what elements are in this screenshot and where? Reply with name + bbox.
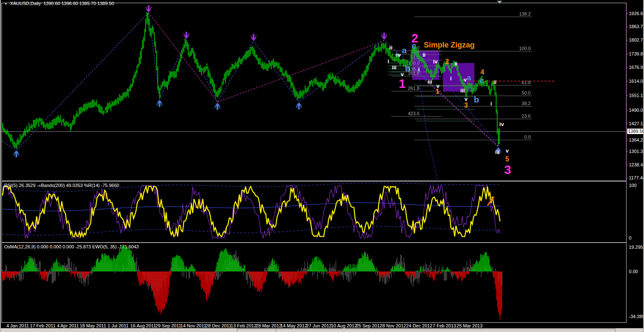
current-price-tag: 1389.50 xyxy=(627,129,644,134)
date-axis-label: 1 Jul 2011 xyxy=(107,323,128,328)
symbol-period-label: XAUUSD,Daily xyxy=(10,1,41,6)
price-axis-label: 1863.79 xyxy=(629,24,644,29)
buy-arrow-icon xyxy=(157,100,162,107)
wave-label-minor: ii xyxy=(422,52,425,58)
price-axis-label: 1551.14 xyxy=(629,93,644,98)
price-axis-label: 1802.74 xyxy=(629,37,644,42)
wave-label-minor: ii xyxy=(493,79,496,85)
statusbar-box xyxy=(276,329,615,332)
wave-label-minor: i xyxy=(418,66,420,73)
wave-label-minor: iii xyxy=(428,79,432,85)
wave-label-minor: i xyxy=(450,75,452,82)
wave-label-minor: i xyxy=(387,58,389,64)
main-chart-canvas[interactable]: 138.2100.061.850.038.223.60.00.023.661.8… xyxy=(1,0,644,182)
symbol-dropdown-icon[interactable]: ▼ xyxy=(4,2,8,6)
fib-retracement-label: 61.8 xyxy=(522,80,531,85)
buy-arrow-icon xyxy=(215,103,220,110)
date-axis-label: 29 Sep 2011 xyxy=(155,323,181,328)
bands-middle-line xyxy=(3,203,500,211)
date-axis-label: 27 Jun 2012 xyxy=(306,323,332,328)
wave-label-abc: c xyxy=(411,41,416,50)
sell-arrow-icon xyxy=(184,32,189,39)
wave-label-abc: b xyxy=(405,63,411,73)
fib-retracement-label: 100.0 xyxy=(519,46,531,51)
wave-label-minor: ii xyxy=(389,45,392,51)
date-axis-label: 10 Aug 2012 xyxy=(331,323,357,328)
date-axis-label: 4 Apr 2011 xyxy=(57,323,79,328)
date-axis-label: 7 Feb 2013 xyxy=(433,323,456,328)
indicator-axis-label: 19.295 xyxy=(629,245,643,250)
date-axis-label: 28 Dec 2011 xyxy=(206,323,232,328)
price-axis-label: 1490.09 xyxy=(629,108,644,113)
chart-border xyxy=(2,3,626,181)
price-axis-label: 1301.39 xyxy=(629,149,644,154)
wave-label-minor: iii xyxy=(392,64,397,71)
mt4-chart-window: { "window": {"dropdown_icon": "▼", "titl… xyxy=(0,0,644,332)
date-axis-label: 25 Mar 2013 xyxy=(457,323,483,328)
indicator-axis-label: -34.289 xyxy=(629,314,644,319)
fib-retracement-label: 23.6 xyxy=(522,113,531,119)
ohlc-values: 1390.60 1396.60 1385.70 1389.50 xyxy=(43,1,114,6)
indicator-axis-label: 0.00 xyxy=(629,269,638,274)
date-axis-label: 14 May 2012 xyxy=(280,323,307,328)
indicator-axis-label: 0 xyxy=(629,235,631,240)
price-axis-label: 1238.49 xyxy=(629,162,644,167)
date-axis-label: 14 Nov 2011 xyxy=(181,323,207,328)
pattern-title: Simple Zigzag xyxy=(424,41,474,49)
wave-label-abc: b xyxy=(474,95,479,104)
wave-label-minor: iv xyxy=(500,121,505,127)
wave-label-primary: 1 xyxy=(399,76,406,90)
price-axis-label: 1364.29 xyxy=(629,137,644,142)
rsi-panel-canvas[interactable] xyxy=(1,181,644,242)
sell-arrow-icon xyxy=(146,5,152,12)
wave-label-intermediate: 4 xyxy=(481,69,484,76)
price-axis-label: 1739.84 xyxy=(629,51,644,56)
wave-label-abc: a xyxy=(402,45,407,55)
date-axis-label: 13 Feb 2012 xyxy=(230,323,257,328)
date-axis-label: 16 Aug 2011 xyxy=(131,323,156,328)
buy-arrow-icon xyxy=(14,150,19,157)
fib-retracement-label: 38.2 xyxy=(522,101,531,106)
indicator-axis-label: 100 xyxy=(629,183,636,188)
wave-label-minor: iv xyxy=(433,58,438,65)
rsi-indicator-header: RSI(5) 26.3529 -»Bands(200) 49.0353 %R(1… xyxy=(4,183,119,188)
wave-label-minor: iv xyxy=(396,52,401,58)
sell-arrow-icon xyxy=(382,33,387,40)
osma-panel-canvas[interactable] xyxy=(1,242,644,323)
fib-expansion-label: 423.6 xyxy=(408,111,419,116)
statusbar-box xyxy=(237,329,276,332)
window-bottom-strip xyxy=(1,328,644,332)
fib-retracement-label: 138.2 xyxy=(519,11,531,16)
date-axis-label: 28 Mar 2012 xyxy=(256,323,282,328)
candlesticks xyxy=(2,12,500,149)
wave-label-intermediate: 3 xyxy=(464,102,468,109)
price-axis-label: 1177.44 xyxy=(629,175,644,180)
date-axis-label: 18 May 2011 xyxy=(80,323,106,328)
date-axis-label: 8 Nov 2012 xyxy=(382,323,406,328)
chart-title: ▼XAUUSD,Daily 1390.60 1396.60 1385.70 13… xyxy=(4,1,114,6)
sell-arrow-icon xyxy=(251,34,257,41)
wave-label-minor: v xyxy=(464,96,468,102)
wave-label-intermediate: 2 xyxy=(445,58,449,65)
date-axis-label: 24 Dec 2012 xyxy=(406,323,432,328)
price-axis-label: 1926.69 xyxy=(629,11,644,16)
buy-arrow-icon xyxy=(296,103,302,109)
wave-label-minor: ii xyxy=(454,61,457,67)
wave-label-intermediate: 1 xyxy=(436,88,440,95)
fib-retracement-label: 0.0 xyxy=(524,134,531,140)
wave-label-minor: i xyxy=(490,100,492,107)
percent-r-line xyxy=(3,185,500,238)
wave-label-primary: 3 xyxy=(504,163,511,177)
price-axis-label: 1614.04 xyxy=(629,79,644,84)
zigzag-dashed-line xyxy=(2,13,500,150)
date-axis-label: 17 Feb 2011 xyxy=(30,323,55,328)
wave-label-abc: c xyxy=(480,76,484,85)
fib-expansion-label: 261.8 xyxy=(408,86,419,91)
wave-label-intermediate: 5 xyxy=(505,155,509,163)
price-axis-label: 1676.94 xyxy=(629,65,644,70)
date-axis-label: 25 Sep 2012 xyxy=(356,323,382,328)
wave-label-abc: a xyxy=(467,74,471,82)
wave-label-minor: v xyxy=(505,148,509,154)
date-axis-label: 4 Jan 2011 xyxy=(6,323,29,328)
osma-indicator-header: OsMA(12,26,9) 0.000 0.000 0.000 -25.873 … xyxy=(4,244,139,249)
